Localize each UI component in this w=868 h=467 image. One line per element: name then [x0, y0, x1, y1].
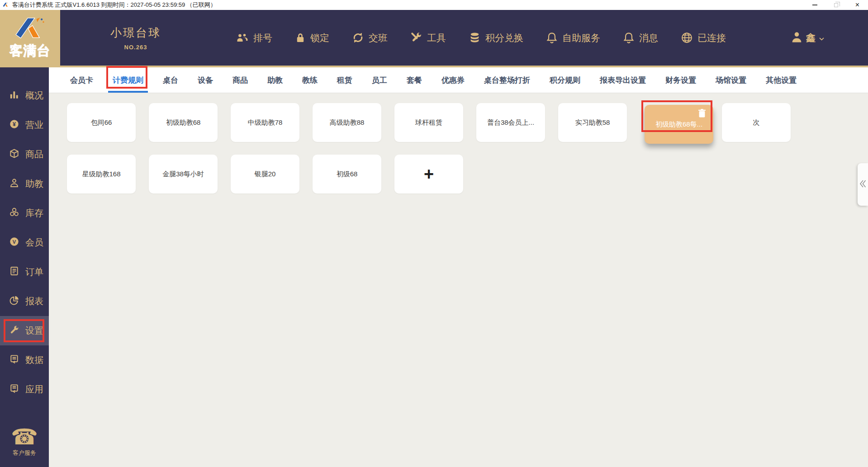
person-icon: [9, 178, 19, 190]
brand-k-icon: [14, 18, 47, 43]
sidebar-item-apps[interactable]: 应用: [0, 375, 49, 404]
venue-name: 小璟台球: [110, 25, 161, 40]
billing-rule-card[interactable]: 实习助教58: [558, 103, 627, 142]
double-chevron-left-icon: [859, 179, 867, 190]
lock-icon: [295, 32, 306, 43]
queue-button[interactable]: 排号: [236, 32, 272, 44]
card-row-1: 包间66 初级助教68 中级助教78 高级助教88 球杆租赁 普台38会员上..…: [67, 103, 868, 142]
bell-icon: [546, 32, 558, 44]
tab-venue-settings[interactable]: 场馆设置: [716, 67, 746, 93]
collapse-panel-handle[interactable]: [858, 163, 868, 206]
billing-rule-card[interactable]: 金腿38每小时: [149, 155, 218, 193]
billing-rule-card[interactable]: 初级68: [313, 155, 381, 193]
order-list-icon: [9, 266, 19, 278]
coins-icon: [469, 32, 481, 43]
sidebar-item-assistants[interactable]: 助教: [0, 169, 49, 198]
venue-block: 小璟台球 NO.263: [63, 10, 208, 66]
lock-button[interactable]: 锁定: [295, 32, 329, 44]
brand-name: 客满台: [10, 42, 51, 60]
window-title: 客满台计费系统 正式版V1.6.6013 到期时间：2027-05-05 23:…: [12, 1, 216, 9]
wrench-icon: [9, 325, 19, 337]
billing-rule-card[interactable]: 包间66: [67, 103, 136, 142]
close-icon: ×: [855, 1, 859, 9]
tab-goods[interactable]: 商品: [232, 67, 248, 93]
sidebar-item-members[interactable]: V 会员: [0, 228, 49, 257]
people-icon: [236, 33, 249, 43]
tools-icon: [410, 32, 422, 44]
bell-icon: [623, 32, 635, 44]
v-badge-icon: V: [9, 236, 19, 249]
messages-button[interactable]: 消息: [623, 32, 658, 44]
points-exchange-button[interactable]: 积分兑换: [469, 32, 523, 44]
user-menu[interactable]: 鑫: [791, 10, 825, 66]
minimize-button[interactable]: [804, 0, 825, 10]
billing-rule-card[interactable]: 高级助教88: [313, 103, 381, 142]
billing-rules-panel: 包间66 初级助教68 中级助教78 高级助教88 球杆租赁 普台38会员上..…: [49, 93, 868, 467]
tab-billing-rules[interactable]: 计费规则: [113, 67, 143, 93]
sidebar-item-orders[interactable]: 订单: [0, 257, 49, 287]
sidebar-item-business[interactable]: ¥ 营业: [0, 110, 49, 140]
sidebar-item-overview[interactable]: 概况: [0, 81, 49, 110]
globe-icon: [681, 32, 693, 44]
sidebar-nav: 概况 ¥ 营业 商品 助教 库存 V 会员 订单 报表 设置 数据 应用: [0, 67, 49, 467]
shift-change-icon: [352, 32, 364, 44]
venue-number: NO.263: [124, 44, 147, 51]
customer-service-label: 客户服务: [13, 449, 36, 457]
add-billing-rule-button[interactable]: +: [394, 155, 463, 193]
shift-change-button[interactable]: 交班: [352, 32, 388, 44]
billing-rule-card-highlighted[interactable]: 初级助教68每...: [645, 105, 713, 144]
settings-tab-bar: 会员卡 计费规则 桌台 设备 商品 助教 教练 租赁 员工 套餐 优惠券 桌台整…: [49, 67, 868, 93]
sidebar-item-reports[interactable]: 报表: [0, 287, 49, 316]
billing-rule-card[interactable]: 球杆租赁: [394, 103, 463, 142]
svg-text:V: V: [13, 239, 16, 244]
tab-member-card[interactable]: 会员卡: [70, 67, 93, 93]
restore-button[interactable]: [825, 0, 847, 10]
card-row-2: 星级助教168 金腿38每小时 银腿20 初级68 +: [67, 155, 868, 193]
billing-rule-card[interactable]: 次: [722, 103, 791, 142]
brand-logo: 客满台: [0, 10, 60, 67]
tab-rental[interactable]: 租赁: [337, 67, 352, 93]
minimize-icon: [812, 5, 817, 5]
avatar-icon: [791, 31, 803, 45]
data-doc-icon: [9, 354, 19, 367]
phone-icon: ☎: [11, 426, 38, 448]
user-name: 鑫: [806, 32, 816, 44]
stock-icon: [9, 207, 19, 220]
bar-chart-icon: [9, 90, 19, 102]
sidebar-item-data[interactable]: 数据: [0, 345, 49, 375]
tab-report-export-settings[interactable]: 报表导出设置: [600, 67, 646, 93]
tab-other-settings[interactable]: 其他设置: [766, 67, 797, 93]
self-service-button[interactable]: 自助服务: [546, 32, 600, 44]
trash-icon[interactable]: [698, 109, 706, 119]
tab-devices[interactable]: 设备: [198, 67, 213, 93]
tab-staff[interactable]: 员工: [372, 67, 387, 93]
chevron-down-icon: [819, 33, 825, 43]
connected-status-button[interactable]: 已连接: [681, 32, 726, 44]
sidebar-item-settings[interactable]: 设置: [0, 316, 49, 345]
billing-rule-card[interactable]: 普台38会员上...: [476, 103, 545, 142]
yen-coin-icon: ¥: [9, 119, 19, 132]
tab-packages[interactable]: 套餐: [407, 67, 422, 93]
pie-chart-icon: [9, 295, 19, 308]
tab-assistants[interactable]: 助教: [267, 67, 283, 93]
customer-service[interactable]: ☎ 客户服务: [0, 426, 49, 457]
tab-coupons[interactable]: 优惠券: [441, 67, 465, 93]
tab-table-session-discount[interactable]: 桌台整场打折: [484, 67, 530, 93]
tab-finance-settings[interactable]: 财务设置: [665, 67, 696, 93]
close-button[interactable]: ×: [847, 0, 868, 10]
billing-rule-card[interactable]: 初级助教68: [149, 103, 218, 142]
window-title-bar: 客满台计费系统 正式版V1.6.6013 到期时间：2027-05-05 23:…: [0, 0, 868, 10]
box-icon: [9, 148, 19, 161]
sidebar-item-goods[interactable]: 商品: [0, 140, 49, 169]
billing-rule-card[interactable]: 银腿20: [231, 155, 299, 193]
billing-rule-card[interactable]: 星级助教168: [67, 155, 136, 193]
tab-points-rules[interactable]: 积分规则: [550, 67, 580, 93]
tools-button[interactable]: 工具: [410, 32, 446, 44]
svg-text:¥: ¥: [13, 121, 16, 127]
tab-coaches[interactable]: 教练: [302, 67, 318, 93]
restore-icon: [834, 3, 838, 7]
app-logo-k-icon: [3, 2, 9, 8]
billing-rule-card[interactable]: 中级助教78: [231, 103, 299, 142]
sidebar-item-inventory[interactable]: 库存: [0, 198, 49, 228]
tab-tables[interactable]: 桌台: [163, 67, 178, 93]
